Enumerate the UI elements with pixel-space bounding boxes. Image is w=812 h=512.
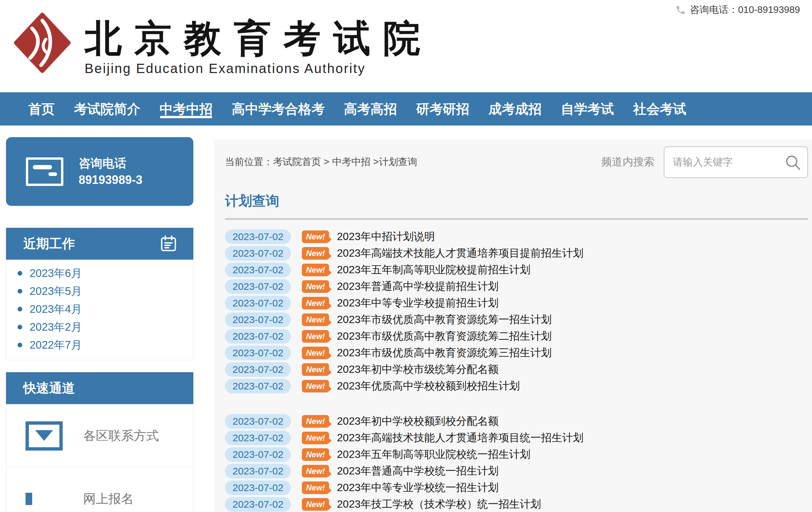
nav-item[interactable]: 成考成招 [489,92,542,126]
nav-item-label: 中考中招 [160,100,213,118]
sidebar: 咨询电话 89193989-3 近期工作 2023年6月 2023年5月 [6,137,193,512]
news-list-group-2: 2023-07-02 New! 2023年初中学校校额到校分配名额 2023-0… [225,413,808,512]
news-list-group-1: 2023-07-02 New! 2023年中招计划说明 2023-07-02 N… [225,228,808,395]
new-badge-icon: New! [302,498,329,511]
breadcrumb-home-link[interactable]: 考试院首页 [273,156,321,167]
news-link[interactable]: 2023年市级优质高中教育资源统筹一招生计划 [337,313,552,327]
monitor-icon [26,496,63,502]
news-row: 2023-07-02 New! 2023年初中学校校额到校分配名额 [225,413,808,430]
recent-work-link[interactable]: 2023年6月 [30,266,82,281]
phone-icon [675,5,686,15]
quick-link-district-contacts[interactable]: 各区联系方式 [6,404,193,467]
news-link[interactable]: 2023年五年制高等职业院校提前招生计划 [337,263,530,277]
bullet-icon [18,325,22,329]
new-badge-icon: New! [302,380,329,393]
envelope-icon [26,157,63,186]
new-badge-icon: New! [302,465,329,478]
date-badge: 2023-07-02 [225,447,291,462]
news-link[interactable]: 2023年中招计划说明 [337,230,435,244]
nav-item[interactable]: 自学考试 [561,92,614,126]
news-link[interactable]: 2023年中等专业学校提前招生计划 [337,296,498,311]
nav-item[interactable]: 高中学考合格考 [232,92,325,126]
date-badge: 2023-07-02 [225,497,291,512]
nav-item[interactable]: 考试院简介 [74,92,140,126]
nav-item[interactable]: 社会考试 [633,92,686,126]
new-badge-icon: New! [302,432,329,444]
news-row: 2023-07-02 New! 2023年普通高中学校统一招生计划 [225,463,808,480]
news-link[interactable]: 2023年高端技术技能人才贯通培养项目提前招生计划 [337,246,583,261]
title-divider [225,218,808,220]
nav-item[interactable]: 高考高招 [344,92,397,126]
sidebar-phone-line2: 89193989-3 [79,172,142,188]
beijing-edu-logo-icon [10,12,75,73]
news-row: 2023-07-02 New! 2023年技工学校（技术学校）统一招生计划 [225,496,808,512]
date-badge: 2023-07-02 [225,230,291,244]
news-row: 2023-07-02 New! 2023年市级优质高中教育资源统筹三招生计划 [225,345,808,361]
news-row: 2023-07-02 New! 2023年优质高中学校校额到校招生计划 [225,378,808,395]
nav-item[interactable]: 首页 [28,92,55,126]
new-badge-icon: New! [302,415,329,428]
consult-phone-text: 咨询电话：010-89193989 [690,3,800,17]
recent-work-link[interactable]: 2022年7月 [30,338,82,353]
channel-search-label: 频道内搜索 [601,155,655,169]
news-link[interactable]: 2023年五年制高等职业院校统一招生计划 [337,447,530,462]
news-link[interactable]: 2023年高端技术技能人才贯通培养项目统一招生计划 [337,431,583,445]
new-badge-icon: New! [302,247,329,260]
date-badge: 2023-07-02 [225,414,291,429]
breadcrumb: 当前位置：考试院首页 > 中考中招 >计划查询 [225,155,417,169]
nav-item-label: 考试院简介 [74,100,140,118]
quick-channel-panel: 快速通道 各区联系方式 网上报名 [6,372,193,512]
new-badge-icon: New! [302,264,329,276]
recent-work-title: 近期工作 [23,235,75,253]
news-link[interactable]: 2023年优质高中学校校额到校招生计划 [337,379,520,394]
date-badge: 2023-07-02 [225,464,291,479]
news-row: 2023-07-02 New! 2023年中等专业学校统一招生计划 [225,480,808,496]
date-badge: 2023-07-02 [225,313,291,327]
recent-work-link[interactable]: 2023年2月 [30,320,82,335]
news-link[interactable]: 2023年普通高中学校统一招生计划 [337,464,498,479]
news-link[interactable]: 2023年中等专业学校统一招生计划 [337,481,498,495]
news-row: 2023-07-02 New! 2023年五年制高等职业院校统一招生计划 [225,446,808,463]
bullet-icon [18,271,22,276]
recent-work-item: 2023年2月 [6,318,193,336]
nav-item-label: 首页 [28,100,55,118]
main-content: 当前位置：考试院首页 > 中考中招 >计划查询 频道内搜索 计划查询 2023-… [214,139,812,512]
new-badge-icon: New! [302,448,329,461]
recent-work-panel: 近期工作 2023年6月 2023年5月 2023年4月 2023年2月 202… [6,228,193,360]
bullet-icon [18,289,22,294]
page: 咨询电话：010-89193989 北京教育考试院 Beijing Educat… [0,0,812,512]
news-link[interactable]: 2023年市级优质高中教育资源统筹三招生计划 [337,346,552,360]
breadcrumb-current[interactable]: 计划查询 [379,156,417,167]
top-header: 咨询电话：010-89193989 北京教育考试院 Beijing Educat… [0,0,812,92]
recent-work-item: 2023年5月 [6,282,193,300]
news-link[interactable]: 2023年普通高中学校提前招生计划 [337,279,498,294]
site-title-zh: 北京教育考试院 [85,19,433,58]
date-badge: 2023-07-02 [225,329,291,344]
recent-work-link[interactable]: 2023年5月 [30,284,82,299]
news-row: 2023-07-02 New! 2023年市级优质高中教育资源统筹二招生计划 [225,328,808,345]
news-row: 2023-07-02 New! 2023年五年制高等职业院校提前招生计划 [225,262,808,278]
nav-item[interactable]: 中考中招 [160,92,213,126]
quick-link-online-registration[interactable]: 网上报名 [6,467,193,512]
news-link[interactable]: 2023年技工学校（技术学校）统一招生计划 [337,497,541,512]
news-row: 2023-07-02 New! 2023年初中学校市级统筹分配名额 [225,361,808,378]
news-link[interactable]: 2023年初中学校市级统筹分配名额 [337,362,498,377]
search-box [664,146,808,178]
date-badge: 2023-07-02 [225,379,291,394]
news-link[interactable]: 2023年初中学校校额到校分配名额 [337,414,498,429]
new-badge-icon: New! [302,481,329,494]
quick-channel-title: 快速通道 [23,379,75,397]
nav-item[interactable]: 研考研招 [416,92,469,126]
date-badge: 2023-07-02 [225,279,291,294]
search-icon[interactable] [784,154,802,171]
brand: 北京教育考试院 Beijing Education Examinations A… [10,12,433,76]
nav-item-label: 研考研招 [416,100,469,118]
brand-text: 北京教育考试院 Beijing Education Examinations A… [85,12,433,76]
site-title-en: Beijing Education Examinations Authority [85,61,433,76]
news-row: 2023-07-02 New! 2023年市级优质高中教育资源统筹一招生计划 [225,312,808,328]
date-badge: 2023-07-02 [225,481,291,495]
news-link[interactable]: 2023年市级优质高中教育资源统筹二招生计划 [337,329,552,344]
bullet-icon [18,343,22,347]
recent-work-link[interactable]: 2023年4月 [30,302,82,317]
breadcrumb-zhongkao-link[interactable]: 中考中招 [332,156,371,167]
